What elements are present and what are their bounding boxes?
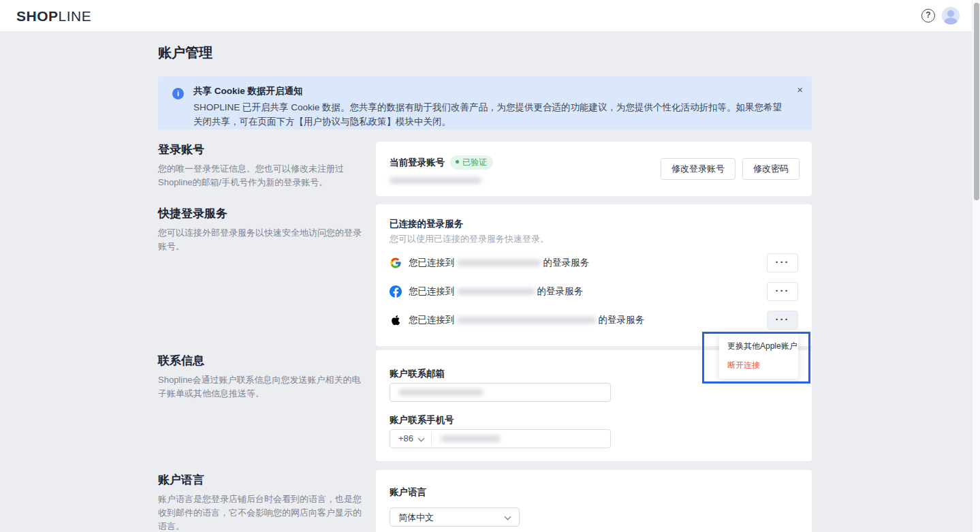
contact-phone-input: +86	[390, 429, 611, 448]
change-login-account-button[interactable]: 修改登录账号	[661, 158, 736, 180]
service-row-facebook: 您已连接到的登录服务 ···	[390, 282, 798, 301]
apple-options-menu: 更换其他Apple账户 断开连接	[719, 333, 798, 379]
connected-services-title: 已连接的登录服务	[390, 218, 463, 230]
chevron-down-icon[interactable]	[418, 435, 425, 442]
menu-item-disconnect[interactable]: 断开连接	[727, 360, 760, 371]
section-title: 快捷登录服务	[158, 206, 364, 221]
facebook-icon	[390, 285, 402, 298]
info-icon: i	[172, 88, 184, 99]
service-row-text: 您已连接到的登录服务	[409, 282, 583, 301]
input-divider	[431, 433, 432, 445]
section-title: 登录账号	[158, 142, 364, 157]
login-account-card: 当前登录账号已验证 修改登录账号 修改密码	[376, 142, 812, 196]
contact-section-header: 联系信息 Shopline会通过账户联系信息向您发送账户相关的电子账单或其他信息…	[158, 353, 364, 401]
change-password-button[interactable]: 修改密码	[742, 158, 800, 180]
quick-login-section-header: 快捷登录服务 您可以连接外部登录服务以快速安全地访问您的登录账号。	[158, 206, 364, 253]
google-icon	[390, 257, 402, 269]
quick-login-card: 已连接的登录服务 您可以使用已连接的登录服务快速登录。 您已连接到的登录服务 ·…	[376, 204, 812, 346]
more-options-button[interactable]: ···	[767, 282, 798, 301]
banner-title: 共享 Cookie 数据开启通知	[193, 85, 303, 97]
logo-bold: SHOP	[16, 8, 59, 24]
contact-email-label: 账户联系邮箱	[390, 368, 445, 380]
apple-icon	[390, 314, 402, 326]
logo-light: LINE	[59, 8, 92, 24]
verified-badge: 已验证	[450, 155, 493, 170]
chevron-down-icon	[505, 514, 511, 520]
contact-phone-label: 账户联系手机号	[390, 414, 454, 426]
person-icon	[944, 18, 958, 25]
help-icon[interactable]: ?	[921, 9, 935, 22]
section-description: 您可以连接外部登录服务以快速安全地访问您的登录账号。	[158, 226, 364, 253]
contact-email-input[interactable]	[390, 383, 611, 402]
menu-item-switch-apple-account[interactable]: 更换其他Apple账户	[727, 341, 797, 352]
close-icon[interactable]: ×	[797, 84, 803, 95]
service-row-text: 您已连接到的登录服务	[409, 253, 589, 272]
cookie-notice-banner: i 共享 Cookie 数据开启通知 SHOPLINE 已开启共享 Cookie…	[158, 76, 812, 129]
scrollbar-thumb[interactable]	[974, 3, 979, 200]
more-options-button[interactable]: ···	[767, 253, 798, 272]
service-text-prefix: 您已连接到	[409, 257, 455, 268]
blurred-facebook-account	[457, 288, 535, 295]
service-text-suffix: 的登录服务	[537, 286, 584, 296]
blurred-contact-email	[398, 389, 484, 396]
scrollbar-track[interactable]	[972, 0, 980, 532]
service-text-suffix: 的登录服务	[599, 315, 645, 325]
blurred-apple-account	[457, 317, 597, 324]
login-section-header: 登录账号 您的唯一登录凭证信息。您也可以修改未注册过Shopline的邮箱/手机…	[158, 142, 364, 189]
section-description: 您的唯一登录凭证信息。您也可以修改未注册过Shopline的邮箱/手机号作为新的…	[158, 162, 364, 189]
language-section-header: 账户语言 账户语言是您登录店铺后台时会看到的语言，也是您收到邮件的语言，它不会影…	[158, 472, 364, 532]
language-field-label: 账户语言	[390, 486, 426, 499]
page-title: 账户管理	[158, 44, 212, 62]
blurred-login-email	[390, 177, 481, 184]
avatar[interactable]	[942, 7, 960, 25]
person-icon	[947, 10, 954, 17]
banner-body: SHOPLINE 已开启共享 Cookie 数据。您共享的数据有助于我们改善产品…	[193, 100, 787, 129]
service-text-prefix: 您已连接到	[409, 315, 455, 325]
section-description: Shopline会通过账户联系信息向您发送账户相关的电子账单或其他信息推送等。	[158, 373, 364, 401]
more-options-button-active[interactable]: ···	[767, 311, 798, 330]
service-text-prefix: 您已连接到	[409, 286, 455, 296]
shopline-logo[interactable]: SHOPLINE	[16, 0, 91, 32]
connected-services-subtitle: 您可以使用已连接的登录服务快速登录。	[390, 233, 549, 245]
blurred-google-account	[457, 260, 541, 266]
service-row-google: 您已连接到的登录服务 ···	[390, 253, 798, 272]
topbar: SHOPLINE ?	[0, 0, 980, 32]
language-select[interactable]: 简体中文	[390, 507, 520, 527]
service-text-suffix: 的登录服务	[543, 257, 590, 268]
service-row-apple: 您已连接到的登录服务 ···	[390, 311, 798, 330]
section-description: 账户语言是您登录店铺后台时会看到的语言，也是您收到邮件的语言，它不会影响您的网店…	[158, 492, 364, 532]
account-language-card: 账户语言 简体中文	[376, 470, 812, 532]
service-row-text: 您已连接到的登录服务	[409, 311, 644, 330]
current-account-label: 当前登录账号	[390, 157, 445, 168]
blurred-phone-number	[441, 435, 501, 442]
section-title: 账户语言	[158, 472, 364, 488]
country-code-select[interactable]: +86	[398, 433, 413, 443]
section-title: 联系信息	[158, 353, 364, 369]
selected-language-value: 简体中文	[398, 512, 434, 524]
